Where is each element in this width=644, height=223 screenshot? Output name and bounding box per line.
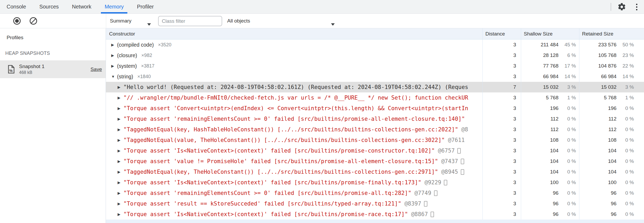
constructor-cell: ▶"Torque assert 'Convert<uintptr>(endInd… <box>106 103 482 114</box>
clear-profiles-icon[interactable] <box>30 17 37 25</box>
distance-cell: 3 <box>482 177 521 188</box>
constructor-name: "// .wrangler/tmp/bundle-FmNIt0/checked-… <box>123 95 468 101</box>
disclosure-triangle-icon[interactable]: ▶ <box>111 43 117 47</box>
disclosure-triangle-icon[interactable]: ▼ <box>111 74 117 79</box>
table-row[interactable]: ▶"TaggedNotEqual(key, HashTableHoleConst… <box>106 124 644 135</box>
missing-glyph-box-icon <box>461 169 464 175</box>
constructor-name: (string) <box>117 74 133 80</box>
missing-glyph-box-icon <box>431 212 434 217</box>
disclosure-triangle-icon[interactable]: ▶ <box>111 53 117 57</box>
constructor-cell: ▶"Torque assert 'Is<NativeContext>(conte… <box>106 209 482 220</box>
object-id: @7437 <box>441 158 458 164</box>
instance-count: ×1840 <box>137 74 151 79</box>
constructor-cell: ▶"TaggedNotEqual(key, HashTableHoleConst… <box>106 124 482 135</box>
column-header-retained-size[interactable]: Retained Size <box>579 28 644 39</box>
object-filter-select[interactable]: All objects <box>227 14 250 28</box>
table-row[interactable]: ▶"Torque assert 'remainingElementsCount … <box>106 188 644 198</box>
svg-text:%: % <box>9 69 13 73</box>
disclosure-triangle-icon[interactable]: ▶ <box>118 180 123 185</box>
disclosure-triangle-icon[interactable]: ▶ <box>118 202 123 206</box>
tab-memory[interactable]: Memory <box>105 0 124 14</box>
disclosure-triangle-icon[interactable]: ▶ <box>118 159 123 163</box>
constructor-name: "Torque assert 'Is<NativeContext>(contex… <box>123 211 408 217</box>
class-filter-input[interactable] <box>158 16 222 26</box>
constructor-name: "Torque assert 'Is<NativeContext>(contex… <box>123 148 435 154</box>
column-header-shallow-size[interactable]: Shallow Size <box>521 28 579 39</box>
table-row[interactable]: ▶(system)×3817 3 77 76817 % 104 87622 % <box>106 61 644 71</box>
table-row[interactable]: ▶(compiled code)×3520 3 211 48445 % 233 … <box>106 39 644 50</box>
tab-network[interactable]: Network <box>72 0 91 14</box>
object-id: @8 <box>461 126 468 133</box>
object-id: @8397 <box>404 200 421 207</box>
grid-header: Constructor Distance Shallow Size Retain… <box>106 28 644 39</box>
distance-cell: 3 <box>482 124 521 135</box>
table-row[interactable]: ▶"Torque assert 'Is<NativeContext>(conte… <box>106 177 644 188</box>
table-row[interactable]: ▶"TaggedNotEqual(value, TheHoleConstant(… <box>106 135 644 145</box>
perspective-select[interactable]: Summary <box>110 14 131 28</box>
disclosure-triangle-icon[interactable]: ▶ <box>118 127 123 132</box>
distance-cell: 3 <box>482 145 521 156</box>
object-id: @7749 <box>414 190 431 196</box>
table-row[interactable]: ▶"Torque assert 'remainingElementsCount … <box>106 114 644 124</box>
shallow-size-cell: 28 1286 % <box>521 50 579 61</box>
table-row[interactable]: ▶"Hello world! (Requested at: 2024-08-19… <box>106 82 644 92</box>
disclosure-triangle-icon[interactable]: ▶ <box>118 170 123 174</box>
tabbar-right-controls <box>611 0 644 14</box>
retained-size-cell: 104 87622 % <box>579 61 644 71</box>
heap-snapshot-grid: Constructor Distance Shallow Size Retain… <box>106 28 644 223</box>
retained-size-cell: 105 76823 % <box>579 50 644 61</box>
table-row[interactable]: ▶"// .wrangler/tmp/bundle-FmNIt0/checked… <box>106 92 644 103</box>
disclosure-triangle-icon[interactable]: ▶ <box>118 149 123 153</box>
toolbar-divider <box>611 3 611 11</box>
table-row[interactable]: ▶"Torque assert 'Is<NativeContext>(conte… <box>106 145 644 156</box>
disclosure-triangle-icon[interactable]: ▶ <box>118 138 123 142</box>
shallow-size-cell: 960 % <box>521 209 579 220</box>
disclosure-triangle-icon[interactable]: ▶ <box>118 96 123 100</box>
constructor-name: "TaggedNotEqual(value, TheHoleConstant()… <box>123 137 445 143</box>
table-row[interactable]: ▶(closure)×982 3 28 1286 % 105 76823 % <box>106 50 644 61</box>
object-id: @6757 <box>438 148 455 154</box>
object-id: @7611 <box>448 137 465 143</box>
disclosure-triangle-icon[interactable]: ▶ <box>111 64 117 68</box>
constructor-cell: ▶(system)×3817 <box>106 61 482 71</box>
shallow-size-cell: 66 98414 % <box>521 71 579 82</box>
save-snapshot-link[interactable]: Save <box>91 66 102 72</box>
disclosure-triangle-icon[interactable]: ▶ <box>118 191 123 195</box>
shallow-size-cell: 1040 % <box>521 156 579 167</box>
tab-console[interactable]: Console <box>7 0 26 14</box>
retained-size-cell: 66 98414 % <box>579 71 644 82</box>
instance-count: ×3817 <box>141 63 155 69</box>
shallow-size-cell: 1040 % <box>521 145 579 156</box>
disclosure-triangle-icon[interactable]: ▶ <box>118 212 123 216</box>
column-header-distance[interactable]: Distance <box>482 28 521 39</box>
table-row[interactable]: ▶"Torque assert 'Convert<uintptr>(endInd… <box>106 103 644 114</box>
disclosure-triangle-icon[interactable]: ▶ <box>118 85 123 89</box>
disclosure-triangle-icon[interactable]: ▶ <box>118 106 123 110</box>
constructor-cell: ▶"// .wrangler/tmp/bundle-FmNIt0/checked… <box>106 92 482 103</box>
shallow-size-cell: 960 % <box>521 198 579 209</box>
table-row[interactable]: ▶"Torque assert 'result == kStoreSuccede… <box>106 198 644 209</box>
sidebar-title: Profiles <box>7 35 106 41</box>
record-heap-snapshot-icon[interactable] <box>13 17 21 25</box>
grid-body: ▶(compiled code)×3520 3 211 48445 % 233 … <box>106 39 644 220</box>
column-header-constructor[interactable]: Constructor <box>106 28 482 39</box>
more-options-kebab-icon[interactable] <box>633 2 640 12</box>
chevron-down-icon <box>331 23 335 26</box>
tab-profiler[interactable]: Profiler <box>137 0 154 14</box>
disclosure-triangle-icon[interactable]: ▶ <box>118 117 123 121</box>
tab-sources[interactable]: Sources <box>39 0 59 14</box>
table-row[interactable]: ▼(string)×1840 3 66 98414 % 66 98414 % <box>106 71 644 82</box>
snapshot-size: 468 kB <box>19 70 44 75</box>
heap-snapshot-icon: % <box>8 65 15 74</box>
constructor-name: "Torque assert 'Is<NativeContext>(contex… <box>123 179 421 186</box>
constructor-cell: ▶"Torque assert 'remainingElementsCount … <box>106 188 482 198</box>
retained-size-cell: 1120 % <box>579 114 644 124</box>
shallow-size-cell: 211 48445 % <box>521 39 579 50</box>
sidebar-item-snapshot-1[interactable]: % Snapshot 1 468 kB Save <box>0 60 106 78</box>
settings-gear-icon[interactable] <box>617 2 627 12</box>
toolbar-divider <box>106 14 106 28</box>
shallow-size-cell: 960 % <box>521 188 579 198</box>
table-row[interactable]: ▶"Torque assert 'Is<NativeContext>(conte… <box>106 209 644 220</box>
table-row[interactable]: ▶"TaggedNotEqual(key, TheHoleConstant())… <box>106 167 644 177</box>
table-row[interactable]: ▶"Torque assert 'value != PromiseHole' f… <box>106 156 644 167</box>
